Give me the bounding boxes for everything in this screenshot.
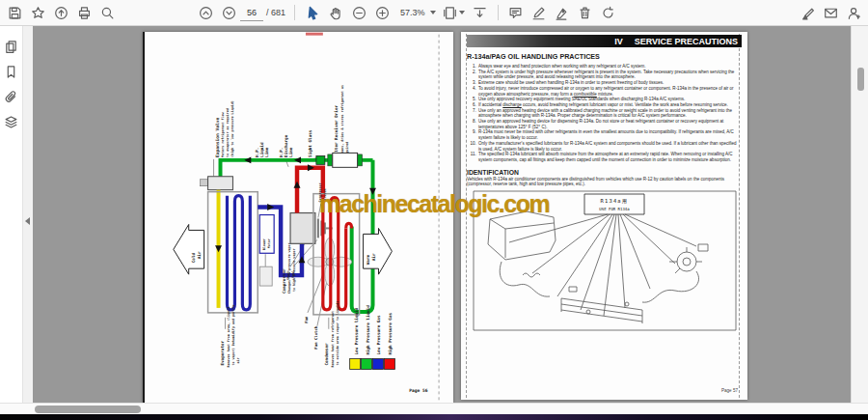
evaporator-desc: Removes heat from area, (liquid — [227, 307, 231, 368]
share-button[interactable] — [49, 2, 72, 23]
horizontal-scrollbar[interactable] — [0, 403, 868, 414]
filter-receiver-drier-desc: Cleans, dries & stores refrigerant as — [340, 85, 344, 157]
toolbar-divider — [294, 5, 295, 20]
window-bottom-edge — [0, 414, 868, 420]
practice-item: To avoid injury, never introduce compres… — [477, 86, 738, 97]
legend: Low Pressure liquid High Pressure liquid… — [350, 305, 395, 370]
search-button[interactable] — [95, 2, 119, 23]
page-number-label: Page 56 — [409, 388, 427, 393]
fit-width-button[interactable] — [469, 2, 492, 23]
compressor-desc: Changes low pressure vapor — [287, 242, 291, 294]
share-icon — [54, 6, 68, 20]
star-button[interactable] — [26, 2, 49, 23]
previous-page-button[interactable] — [194, 2, 217, 23]
vertical-scrollbar[interactable] — [851, 26, 868, 403]
ac-system-diagram: Expansion Valve Meters refrigerant flow … — [145, 32, 453, 403]
rotate-button[interactable] — [597, 2, 620, 23]
sidebar-item-page-thumbnails[interactable] — [1, 34, 22, 59]
page-display-icon — [443, 6, 457, 20]
email-button[interactable] — [819, 2, 842, 23]
identification-paragraph: Vehicles with R-134a air conditioner com… — [467, 177, 738, 187]
section-title: R-134a/PAG OIL HANDLING PRACTICES — [467, 52, 742, 61]
expansion-valve-desc: (high to low pressure Liquid) — [231, 100, 234, 157]
pencil-button[interactable] — [528, 2, 551, 23]
evaporator-desc: air — [236, 357, 240, 363]
zoom-in-button[interactable] — [370, 2, 393, 23]
practice-item: Only the manufacturer's specified lubric… — [477, 141, 738, 152]
evaporator-desc: to vapor) Dehumidify and purify — [231, 305, 235, 366]
fill-sign-button[interactable] — [796, 2, 819, 23]
account-icon — [847, 6, 861, 20]
chapter-header-bar: IV SERVICE PRECAUTIONS — [467, 35, 742, 47]
sign-button[interactable] — [551, 2, 574, 23]
practice-item: Use only an approved heating device with… — [477, 108, 738, 119]
zoom-out-icon — [352, 6, 366, 20]
save-icon — [8, 6, 22, 20]
pencil-icon — [531, 6, 546, 20]
vertical-scrollbar-thumb[interactable] — [857, 68, 864, 91]
comment-button[interactable] — [504, 2, 528, 23]
fan-label: Fan — [304, 316, 309, 323]
practices-list: Always wear eye and hand protection when… — [467, 64, 738, 163]
condenser-label: Condenser — [324, 343, 329, 366]
expansion-valve-desc: Meters refrigerant flow — [221, 111, 225, 156]
legend-label: Low Pressure Gas — [376, 315, 381, 355]
hand-tool-button[interactable] — [324, 2, 347, 23]
page-up-icon — [199, 6, 213, 20]
expansion-valve-label: Expansion Valve — [215, 117, 220, 156]
id-label-line1: R134a用 — [600, 198, 628, 205]
delete-button[interactable] — [574, 2, 597, 23]
pdf-toolbar: / 681 57.3% — [0, 0, 868, 26]
zoom-level-control[interactable]: 57.3% — [397, 8, 436, 17]
page-number-label: Page 57 — [721, 388, 738, 393]
sidebar-item-bookmarks[interactable] — [1, 59, 22, 84]
sight-glass-label: Sight Glass — [308, 129, 312, 157]
compressor-clutch-label: Compressor — [318, 182, 322, 202]
chevron-down-icon — [459, 11, 465, 14]
identification-diagram: R134a用 USE FOR R134a — [473, 190, 737, 331]
blower-motor-label: Motor — [267, 238, 271, 248]
id-label-line2: USE FOR R134a — [599, 207, 630, 211]
hp-liquid-line-label: Line — [264, 147, 269, 157]
print-icon — [77, 6, 92, 20]
legend-label: High Pressure Gas — [388, 313, 393, 355]
legend-swatch — [373, 359, 384, 370]
account-button[interactable] — [842, 2, 865, 23]
page-number-input[interactable] — [240, 5, 263, 21]
hand-tool-icon — [329, 6, 343, 20]
cold-air-label: Air — [197, 251, 202, 259]
fit-width-icon — [473, 6, 487, 20]
legend-swatch — [350, 359, 361, 370]
legend-swatch — [384, 359, 394, 370]
practice-item: Use only an approved heating device for … — [477, 119, 738, 129]
expansion-valve-desc: to evaporator as required — [226, 108, 230, 157]
select-tool-button[interactable] — [301, 2, 324, 23]
sidebar-item-attachments[interactable] — [1, 84, 22, 109]
print-button[interactable] — [72, 2, 95, 23]
seal-label: Seal — [291, 270, 295, 278]
pdf-reader-window: / 681 57.3% — [0, 0, 868, 420]
horizontal-scrollbar-thumb[interactable] — [35, 406, 141, 413]
page-count-label: / 681 — [266, 8, 285, 17]
practice-item: The specified R-134a lubricant will abso… — [477, 152, 738, 162]
fan-clutch-label: Fan Clutch — [313, 325, 318, 350]
attachments-icon — [4, 90, 18, 104]
left-page: Expansion Valve Meters refrigerant flow … — [143, 32, 453, 403]
legend-swatch — [362, 359, 372, 370]
zoom-out-button[interactable] — [347, 2, 370, 23]
sidebar-item-layers[interactable] — [1, 109, 22, 134]
save-button[interactable] — [3, 2, 26, 23]
trash-icon — [578, 6, 592, 20]
warm-air-label: Air — [371, 253, 376, 261]
page-thumbnails-icon — [4, 40, 18, 54]
comment-icon — [508, 6, 523, 20]
next-page-button[interactable] — [217, 2, 240, 23]
practice-item: R-134a must never be mixed with other re… — [477, 129, 738, 140]
compressor-clutch-label: Clutch — [323, 188, 327, 200]
shaft-label: Shaft — [286, 270, 290, 280]
page-display-button[interactable] — [440, 2, 469, 23]
collapse-panel-icon[interactable] — [25, 217, 30, 225]
section-title: IDENTIFICATION — [467, 169, 742, 176]
condenser-desc: Removes heat from refrigerant — [331, 311, 335, 368]
bookmarks-icon — [4, 65, 18, 79]
